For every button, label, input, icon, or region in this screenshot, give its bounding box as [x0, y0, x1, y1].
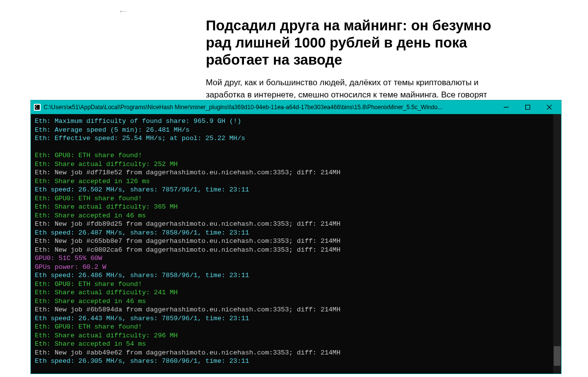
terminal-body[interactable]: Eth: Maximum difficulty of found share: … [31, 114, 561, 374]
log-line: Eth speed: 26.305 MH/s, shares: 7860/96/… [35, 357, 557, 366]
back-arrow-icon[interactable]: ← [118, 5, 128, 18]
log-line: Eth: New job #c0802ca6 from daggerhashim… [35, 246, 557, 255]
close-button[interactable] [539, 100, 560, 114]
log-line: Eth: New job #6b5894da from daggerhashim… [35, 306, 557, 314]
window-title-text: C:\Users\ж51\AppData\Local\Programs\Nice… [44, 104, 495, 111]
scrollbar-track[interactable] [553, 114, 561, 374]
maximize-button[interactable] [517, 100, 539, 114]
log-line: Eth: Average speed (5 min): 26.481 MH/s [35, 126, 557, 135]
article-title: Подсадил друга на майнинг: он безумно ра… [206, 17, 519, 68]
log-line: Eth: Share accepted in 46 ms [35, 212, 557, 220]
log-line: Eth: GPU0: ETH share found! [35, 194, 557, 203]
log-line: Eth: Share accepted in 46 ms [35, 297, 557, 306]
log-line: Eth: New job #c65bb8e7 from daggerhashim… [35, 237, 557, 246]
log-line: GPUs power: 60.2 W [35, 263, 557, 272]
window-controls [495, 100, 560, 114]
log-line: Eth speed: 26.486 MH/s, shares: 7858/96/… [35, 271, 557, 280]
log-line: Eth: Effective speed: 25.54 MH/s; at poo… [35, 134, 557, 143]
log-line: Eth: GPU0: ETH share found! [35, 151, 557, 160]
log-line: Eth: Share accepted in 126 ms [35, 177, 557, 186]
log-line: Eth: New job #fdb89d25 from daggerhashim… [35, 220, 557, 229]
log-line: Eth: Share actual difficulty: 296 MH [35, 331, 557, 340]
log-line: GPU0: 51C 55% 60W [35, 254, 557, 263]
log-line [35, 143, 557, 152]
minimize-button[interactable] [495, 100, 517, 114]
cmd-icon: C [34, 104, 41, 111]
log-line: Eth: Maximum difficulty of found share: … [35, 117, 557, 126]
svg-text:C: C [35, 105, 38, 110]
log-line: Eth: New job #abb49e62 from daggerhashim… [35, 349, 557, 357]
scrollbar-thumb[interactable] [554, 346, 561, 366]
terminal-window: C C:\Users\ж51\AppData\Local\Programs\Ni… [30, 100, 562, 374]
article-lead: Мой друг, как и большинство людей, далёк… [206, 77, 519, 101]
svg-rect-3 [526, 105, 530, 110]
log-line: Eth speed: 26.443 MH/s, shares: 7859/96/… [35, 314, 557, 323]
log-line: Eth speed: 26.502 MH/s, shares: 7857/96/… [35, 186, 557, 194]
window-titlebar[interactable]: C C:\Users\ж51\AppData\Local\Programs\Ni… [31, 100, 561, 114]
log-line: Eth: Share actual difficulty: 252 MH [35, 160, 557, 169]
article-container: Подсадил друга на майнинг: он безумно ра… [206, 17, 519, 101]
log-line: Eth: New job #df718e52 from daggerhashim… [35, 168, 557, 177]
log-line: Eth speed: 26.487 MH/s, shares: 7858/96/… [35, 229, 557, 237]
log-line: Eth: GPU0: ETH share found! [35, 280, 557, 289]
log-line: Eth: Share actual difficulty: 365 MH [35, 203, 557, 212]
log-line: Eth: Share accepted in 54 ms [35, 340, 557, 349]
log-line: Eth: Share actual difficulty: 241 MH [35, 288, 557, 297]
log-line: Eth: GPU0: ETH share found! [35, 323, 557, 331]
